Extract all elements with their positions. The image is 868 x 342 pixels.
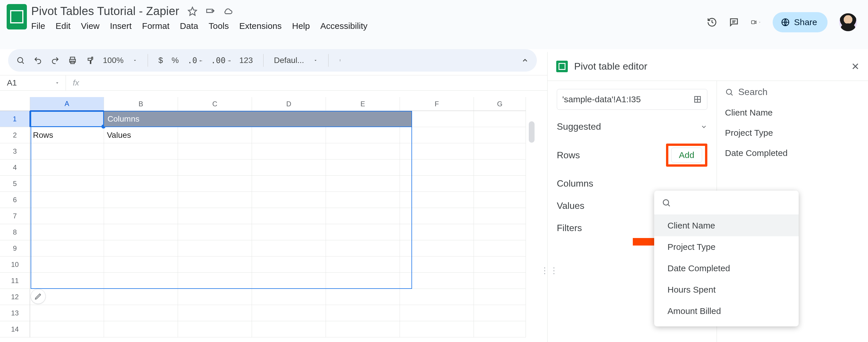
menu-accessibility[interactable]: Accessibility: [320, 21, 367, 31]
cell[interactable]: [30, 192, 104, 208]
column-header[interactable]: D: [252, 97, 326, 111]
cell[interactable]: [474, 289, 526, 305]
cell[interactable]: [178, 192, 252, 208]
row-header[interactable]: 14: [0, 321, 30, 337]
row-header[interactable]: 4: [0, 159, 30, 176]
cell[interactable]: [326, 321, 400, 337]
row-header[interactable]: 12: [0, 289, 30, 305]
cell[interactable]: [474, 111, 526, 127]
cell[interactable]: [252, 224, 326, 240]
menu-tools[interactable]: Tools: [209, 21, 229, 31]
cell[interactable]: [252, 159, 326, 176]
cell[interactable]: [178, 240, 252, 256]
cell[interactable]: [474, 273, 526, 289]
cell[interactable]: [474, 159, 526, 176]
field-item[interactable]: Project Type: [725, 128, 860, 138]
field-search[interactable]: Search: [725, 87, 860, 97]
cell[interactable]: [326, 305, 400, 321]
cell-a2[interactable]: Rows: [30, 127, 104, 143]
cell[interactable]: [104, 143, 178, 159]
cloud-status-icon[interactable]: [223, 6, 234, 17]
decrease-decimal-icon[interactable]: .0←: [188, 56, 202, 65]
close-icon[interactable]: ✕: [851, 61, 859, 72]
cell-b2[interactable]: Values: [104, 127, 178, 143]
column-header[interactable]: G: [474, 97, 526, 111]
cell[interactable]: [252, 143, 326, 159]
dropdown-item-amount-billed[interactable]: Amount Billed: [654, 301, 799, 322]
cell[interactable]: [400, 159, 474, 176]
cell[interactable]: [400, 143, 474, 159]
cell[interactable]: [400, 224, 474, 240]
vertical-scrollbar[interactable]: [529, 121, 534, 143]
cell[interactable]: [104, 256, 178, 273]
cell[interactable]: [400, 208, 474, 224]
cell[interactable]: [178, 208, 252, 224]
cell[interactable]: [252, 289, 326, 305]
column-header[interactable]: B: [104, 97, 178, 111]
cell[interactable]: [474, 240, 526, 256]
drag-handle-icon[interactable]: ⋮⋮: [540, 266, 559, 275]
paint-format-icon[interactable]: [86, 56, 94, 65]
comments-icon[interactable]: [729, 17, 739, 27]
cell[interactable]: [474, 127, 526, 143]
menu-extensions[interactable]: Extensions: [239, 21, 282, 31]
cell[interactable]: [30, 176, 104, 192]
search-menus-icon[interactable]: [16, 56, 25, 65]
row-header[interactable]: 1: [0, 111, 30, 127]
increase-decimal-icon[interactable]: .00→: [211, 56, 230, 65]
cell[interactable]: [326, 176, 400, 192]
menu-data[interactable]: Data: [180, 21, 198, 31]
dropdown-item-project-type[interactable]: Project Type: [654, 236, 799, 258]
cell[interactable]: [474, 224, 526, 240]
cell[interactable]: [104, 289, 178, 305]
cell[interactable]: [326, 240, 400, 256]
cell[interactable]: [104, 305, 178, 321]
column-header[interactable]: E: [326, 97, 400, 111]
cell[interactable]: [178, 321, 252, 337]
cell[interactable]: [30, 159, 104, 176]
cell[interactable]: [326, 256, 400, 273]
format-123[interactable]: 123: [239, 56, 253, 65]
move-icon[interactable]: [205, 6, 216, 17]
cell[interactable]: [252, 305, 326, 321]
row-header[interactable]: 9: [0, 240, 30, 256]
cell[interactable]: [178, 127, 252, 143]
cell[interactable]: [326, 273, 400, 289]
more-toolbar-icon[interactable]: [339, 56, 341, 65]
cell[interactable]: [104, 176, 178, 192]
cell[interactable]: [178, 256, 252, 273]
row-header[interactable]: 5: [0, 176, 30, 192]
share-button[interactable]: Share: [773, 12, 828, 32]
cell[interactable]: [30, 256, 104, 273]
cell[interactable]: [400, 289, 474, 305]
cell[interactable]: [178, 143, 252, 159]
star-icon[interactable]: [187, 6, 198, 17]
history-icon[interactable]: [707, 17, 717, 27]
row-header[interactable]: 10: [0, 256, 30, 273]
cell[interactable]: [178, 224, 252, 240]
cell[interactable]: [326, 159, 400, 176]
column-header[interactable]: A: [30, 97, 104, 111]
collapse-toolbar-icon[interactable]: [521, 57, 529, 64]
edit-pivot-icon[interactable]: [31, 289, 45, 304]
data-range-input[interactable]: 'sample-data'!A1:I35: [557, 89, 707, 110]
spreadsheet-grid[interactable]: A B C D E F G 1 2RowsValues 3 4 5 6 7 8 …: [0, 97, 540, 337]
cell[interactable]: [474, 321, 526, 337]
column-header[interactable]: F: [400, 97, 474, 111]
print-icon[interactable]: [68, 56, 77, 65]
format-percent[interactable]: %: [172, 56, 179, 65]
cell[interactable]: [178, 176, 252, 192]
cell[interactable]: [252, 127, 326, 143]
cell[interactable]: [178, 289, 252, 305]
dropdown-item-client-name[interactable]: Client Name: [654, 215, 799, 236]
row-header[interactable]: 6: [0, 192, 30, 208]
format-currency[interactable]: $: [158, 56, 163, 65]
cell[interactable]: [400, 256, 474, 273]
cell[interactable]: [30, 305, 104, 321]
cell[interactable]: [252, 321, 326, 337]
cell-a1[interactable]: [30, 111, 104, 127]
cell[interactable]: [104, 240, 178, 256]
dropdown-item-date-completed[interactable]: Date Completed: [654, 258, 799, 279]
cell[interactable]: [400, 305, 474, 321]
cell[interactable]: [178, 305, 252, 321]
